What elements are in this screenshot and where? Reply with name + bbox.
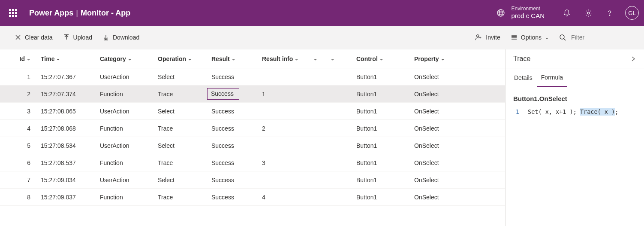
filter-input[interactable]	[569, 32, 629, 43]
col-time[interactable]: Time⌄	[37, 55, 96, 62]
table-row[interactable]: 315:27:08.065UserActionSelectSuccessButt…	[0, 103, 505, 120]
download-button[interactable]: Download	[101, 31, 141, 43]
table-row[interactable]: 215:27:07.374FunctionTraceSuccess1Button…	[0, 86, 505, 103]
col-result-info[interactable]: Result info⌄	[259, 55, 310, 62]
options-button[interactable]: Options ⌄	[509, 31, 551, 43]
chevron-down-icon: ⌄	[441, 56, 445, 61]
clear-data-button[interactable]: Clear data	[13, 31, 54, 43]
list-icon	[511, 34, 518, 41]
invite-icon	[475, 34, 482, 41]
line-number: 1	[513, 108, 519, 115]
upload-button[interactable]: Upload	[61, 31, 94, 43]
chevron-down-icon: ⌄	[188, 56, 192, 61]
col-extra-1[interactable]: ⌄	[310, 56, 327, 61]
notifications-icon[interactable]	[557, 3, 576, 22]
chevron-down-icon: ⌄	[331, 56, 334, 61]
environment-picker[interactable]: Environment prod c CAN	[497, 6, 545, 20]
table-row[interactable]: 815:27:09.037FunctionTraceSuccess4Button…	[0, 189, 505, 206]
svg-point-4	[477, 35, 479, 37]
app-header: Power Apps|Monitor - App Environment pro…	[0, 0, 644, 26]
grid-header-row: Id⌄ Time⌄ Category⌄ Operation⌄ Result⌄ R…	[0, 49, 505, 68]
formula-title: Button1.OnSelect	[513, 95, 636, 102]
svg-point-3	[609, 15, 610, 15]
environment-label: Environment	[511, 6, 545, 12]
chevron-down-icon: ⌄	[128, 56, 132, 61]
details-panel: Trace Details Formula Button1.OnSelect 1…	[505, 49, 644, 226]
col-control[interactable]: Control⌄	[353, 55, 411, 62]
highlighted-trace: Trace( x )	[580, 108, 615, 116]
svg-point-2	[587, 12, 590, 14]
globe-icon	[497, 9, 505, 17]
chevron-down-icon: ⌄	[56, 56, 60, 61]
chevron-down-icon: ⌄	[379, 56, 383, 61]
panel-title: Trace	[513, 55, 530, 63]
tab-details[interactable]: Details	[510, 68, 537, 87]
table-row[interactable]: 515:27:08.534UserActionSelectSuccessButt…	[0, 137, 505, 154]
close-icon	[15, 34, 21, 41]
table-row[interactable]: 715:27:09.034UserActionSelectSuccessButt…	[0, 171, 505, 189]
chevron-down-icon: ⌄	[295, 56, 298, 61]
search-icon	[559, 34, 566, 41]
events-grid: Id⌄ Time⌄ Category⌄ Operation⌄ Result⌄ R…	[0, 49, 505, 226]
col-result[interactable]: Result⌄	[208, 55, 259, 62]
command-bar: Clear data Upload Download Invite Option…	[0, 26, 644, 49]
waffle-icon[interactable]	[5, 5, 21, 21]
tab-formula[interactable]: Formula	[537, 68, 567, 87]
table-row[interactable]: 115:27:07.367UserActionSelectSuccessButt…	[0, 68, 505, 86]
table-row[interactable]: 615:27:08.537FunctionTraceSuccess3Button…	[0, 154, 505, 171]
page-title: Power Apps|Monitor - App	[29, 9, 130, 18]
col-property[interactable]: Property⌄	[411, 55, 462, 62]
chevron-right-icon[interactable]	[630, 56, 636, 62]
chevron-down-icon: ⌄	[27, 56, 30, 61]
chevron-down-icon: ⌄	[545, 35, 549, 40]
table-row[interactable]: 415:27:08.068FunctionTraceSuccess2Button…	[0, 120, 505, 137]
svg-point-5	[560, 35, 564, 39]
formula-code-line: 1 Set( x, x+1 ); Trace( x );	[513, 108, 636, 115]
chevron-down-icon: ⌄	[232, 56, 235, 61]
upload-icon	[63, 34, 70, 41]
chevron-down-icon: ⌄	[313, 56, 317, 61]
download-icon	[102, 34, 109, 41]
col-operation[interactable]: Operation⌄	[154, 55, 208, 62]
invite-button[interactable]: Invite	[473, 31, 502, 44]
col-id[interactable]: Id⌄	[5, 55, 37, 62]
col-category[interactable]: Category⌄	[96, 55, 154, 62]
settings-icon[interactable]	[579, 3, 598, 22]
filter-field[interactable]	[557, 30, 631, 45]
user-avatar[interactable]: GL	[625, 6, 639, 20]
environment-name: prod c CAN	[511, 12, 545, 20]
help-icon[interactable]	[600, 3, 619, 22]
col-extra-2[interactable]: ⌄	[327, 56, 353, 61]
